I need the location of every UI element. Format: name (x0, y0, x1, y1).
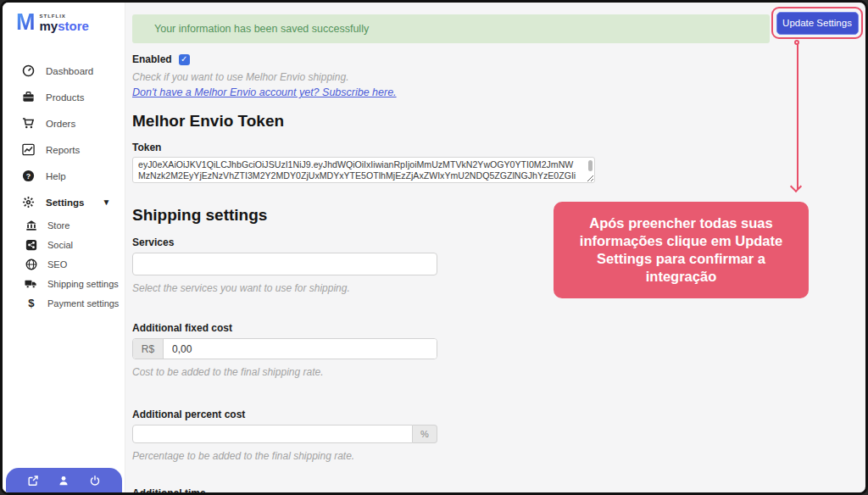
gear-icon (21, 196, 35, 209)
sidebar-bottom-bar (6, 468, 122, 492)
sidebar-item-social[interactable]: Social (3, 235, 125, 254)
additional-time-label: Additional time (132, 487, 595, 492)
chart-line-icon (21, 143, 35, 157)
sidebar-item-reports[interactable]: Reports (3, 136, 125, 163)
percent-cost-help-text: Percentage to be added to the final ship… (132, 450, 595, 462)
subscribe-link[interactable]: Don't have a Melhor Envio account yet? S… (132, 86, 595, 98)
fixed-cost-group: R$ (132, 338, 437, 359)
dashboard-icon (21, 64, 35, 78)
fixed-cost-help-text: Cost to be added to the final shipping r… (132, 366, 595, 378)
annotation-text: Após preencher todas suas informações cl… (570, 214, 792, 286)
app-window: M STLFLIX mystore Dashboard Products (0, 0, 868, 495)
annotation-arrow-head (790, 181, 802, 192)
annotation-arrow-line (797, 43, 798, 189)
sidebar: M STLFLIX mystore Dashboard Products (3, 3, 125, 492)
fixed-cost-input[interactable] (164, 339, 437, 359)
user-icon[interactable] (58, 474, 70, 487)
cart-icon (21, 117, 35, 131)
chevron-down-icon: ▼ (102, 197, 110, 207)
main-content: Your information has been saved successf… (125, 3, 865, 492)
truck-icon (25, 277, 37, 290)
success-banner: Your information has been saved successf… (132, 14, 770, 43)
percent-cost-label: Additional percent cost (132, 409, 595, 420)
services-help-text: Select the services you want to use for … (132, 282, 595, 294)
shipping-section-title: Shipping settings (132, 206, 595, 225)
briefcase-icon (21, 91, 35, 104)
currency-prefix: R$ (133, 339, 164, 359)
fixed-cost-label: Additional fixed cost (132, 322, 595, 334)
success-message: Your information has been saved successf… (154, 23, 369, 35)
sidebar-menu: Dashboard Products Orders Reports (3, 58, 125, 313)
sidebar-item-help[interactable]: ? Help (3, 163, 125, 189)
update-settings-button[interactable]: Update Settings (776, 12, 859, 35)
token-label: Token (132, 142, 595, 153)
update-settings-highlight: Update Settings (771, 7, 863, 39)
sidebar-item-products[interactable]: Products (3, 84, 125, 110)
percent-cost-input[interactable] (132, 425, 413, 443)
percent-suffix: % (413, 425, 437, 443)
share-icon (25, 238, 37, 251)
sidebar-item-dashboard[interactable]: Dashboard (3, 58, 125, 84)
sidebar-item-shipping-settings[interactable]: Shipping settings (3, 274, 125, 293)
brand-name: mystore (40, 19, 89, 33)
enabled-help-text: Check if you want to use Melhor Envio sh… (132, 71, 595, 83)
enabled-checkbox[interactable]: ✓ (179, 54, 190, 65)
services-label: Services (132, 236, 595, 248)
brand-logo[interactable]: M STLFLIX mystore (3, 3, 125, 34)
token-textarea[interactable]: eyJ0eXAiOiJKV1QiLCJhbGciOiJSUzI1NiJ9.eyJ… (132, 157, 595, 183)
settings-form: Enabled ✓ Check if you want to use Melho… (132, 50, 595, 492)
svg-text:$: $ (28, 298, 35, 309)
brand-m-icon: M (16, 12, 36, 32)
external-link-icon[interactable] (27, 474, 40, 487)
token-section-title: Melhor Envio Token (132, 112, 595, 131)
dollar-icon: $ (25, 297, 37, 309)
bank-icon (25, 219, 37, 231)
sidebar-item-settings[interactable]: Settings ▼ (3, 189, 125, 215)
token-scrollbar-thumb[interactable] (588, 160, 593, 171)
percent-cost-group: % (132, 425, 437, 443)
sidebar-item-seo[interactable]: SEO (3, 254, 125, 274)
sidebar-item-orders[interactable]: Orders (3, 110, 125, 136)
enabled-label: Enabled (132, 53, 172, 65)
svg-text:?: ? (25, 172, 30, 181)
settings-submenu: Store Social SEO (3, 215, 125, 313)
sidebar-item-store[interactable]: Store (3, 215, 125, 235)
sidebar-item-payment-settings[interactable]: $ Payment settings (3, 293, 125, 313)
globe-icon (25, 258, 37, 270)
help-icon: ? (21, 170, 35, 183)
services-input[interactable] (132, 253, 437, 275)
power-icon[interactable] (88, 474, 101, 487)
